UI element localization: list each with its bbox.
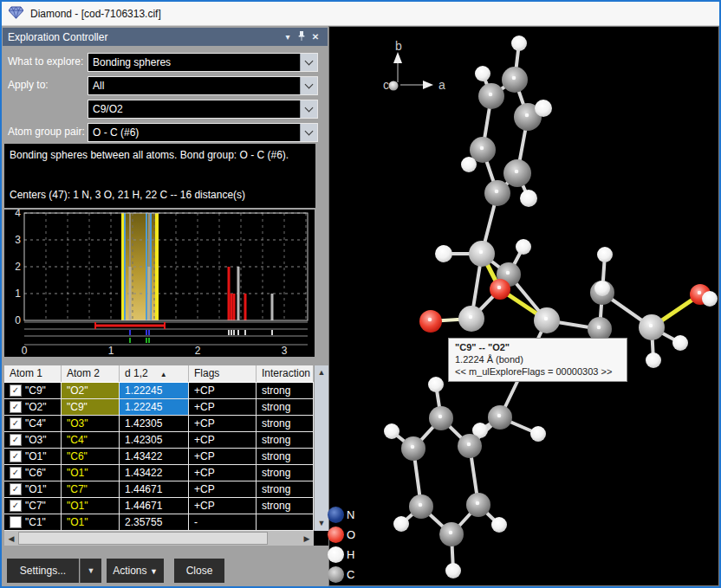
diamond-window: Diamond - [cod-7106313.cif] Exploration … [0, 0, 721, 588]
svg-text:b: b [395, 39, 402, 53]
column-header-flags[interactable]: Flags [189, 365, 257, 382]
cell-atom1[interactable]: ✓"C7" [4, 498, 62, 514]
actions-button[interactable]: Actions ▼ [107, 559, 164, 583]
cell-atom1[interactable]: ✓"O1" [4, 481, 62, 497]
cell-atom1[interactable]: ✓"C9" [4, 383, 62, 398]
combo-arrow-icon[interactable] [300, 54, 317, 71]
svg-text:1: 1 [15, 288, 21, 300]
cell-flags: +CP [189, 449, 257, 464]
checkbox-checked[interactable]: ✓ [10, 467, 22, 479]
axes-indicator: cba [383, 39, 445, 92]
cell-atom1[interactable]: "C1" [4, 514, 62, 530]
scroll-right-icon[interactable]: ▶ [300, 532, 314, 546]
svg-text:2: 2 [195, 345, 201, 357]
combo-arrow-icon[interactable] [300, 124, 317, 141]
element-sphere-icon [328, 566, 344, 583]
cell-flags: +CP [189, 416, 257, 431]
selected-value: All [88, 77, 300, 94]
legend-item-O: O [333, 525, 355, 545]
cell-flags: - [189, 514, 257, 530]
combo-arrow-icon[interactable] [300, 100, 317, 118]
table-body: ✓"C9""O2"1.22245+CPstrong✓"O2""C9"1.2224… [4, 383, 314, 531]
checkbox-checked[interactable]: ✓ [10, 500, 22, 512]
tooltip-flags: << m_ulExploreFlags = 00000303 >> [455, 365, 620, 378]
tooltip-atoms: "C9" -- "O2" [455, 341, 620, 353]
table-horizontal-scrollbar[interactable]: ◀ ▶ [4, 531, 314, 546]
cell-atom2: "O3" [62, 416, 120, 431]
what-to-explore-select[interactable]: Bonding spheres [88, 53, 318, 72]
table-row[interactable]: ✓"C7""O1"1.44671+CPstrong [4, 498, 314, 514]
cell-flags: +CP [189, 465, 257, 481]
atom-pair-select[interactable]: C9/O2 [88, 100, 318, 119]
svg-text:3: 3 [15, 234, 21, 246]
column-header-atom-2[interactable]: Atom 2 [62, 365, 120, 382]
legend-item-H: H [333, 545, 355, 565]
cell-atom1[interactable]: ✓"O3" [4, 432, 62, 448]
checkbox-checked[interactable]: ✓ [10, 417, 22, 430]
cell-interaction: strong [257, 416, 314, 431]
checkbox-checked[interactable]: ✓ [10, 384, 22, 397]
cell-atom2: "O1" [62, 498, 120, 514]
distance-histogram[interactable]: 012340123 [4, 210, 315, 357]
checkbox-checked[interactable]: ✓ [10, 450, 22, 462]
settings-button[interactable]: Settings... [7, 559, 79, 583]
cell-d12: 1.43422 [120, 449, 189, 464]
atom-group-pair-select[interactable]: O - C (#6) [88, 123, 318, 142]
summary-line: Bonding spheres between all atoms. Bond … [10, 149, 310, 161]
table-row[interactable]: ✓"C9""O2"1.22245+CPstrong [4, 383, 314, 399]
settings-dropdown-arrow[interactable]: ▼ [80, 559, 101, 583]
cell-interaction: strong [257, 449, 314, 464]
field-label: Apply to: [8, 79, 49, 91]
cell-interaction: strong [257, 383, 314, 398]
column-header-d-1-2[interactable]: d 1,2▲ [120, 365, 189, 382]
cell-interaction: strong [257, 432, 314, 448]
element-sphere-icon [328, 507, 344, 523]
cell-d12: 1.22245 [120, 399, 189, 415]
legend-label: H [347, 548, 354, 561]
cell-interaction: strong [257, 481, 314, 497]
table-row[interactable]: ✓"O2""C9"1.22245+CPstrong [4, 399, 314, 416]
scroll-left-icon[interactable]: ◀ [4, 532, 18, 546]
table-vertical-scrollbar[interactable]: ▲ ▼ [314, 365, 329, 531]
column-header-atom-1[interactable]: Atom 1 [4, 365, 62, 382]
close-icon[interactable]: ✕ [309, 32, 322, 42]
chevron-down-icon[interactable]: ▾ [281, 32, 295, 42]
cell-atom1[interactable]: ✓"O2" [4, 399, 62, 415]
column-header-interaction[interactable]: Interaction [257, 365, 314, 382]
cell-atom1[interactable]: ✓"C6" [4, 465, 62, 481]
pin-icon[interactable] [295, 31, 309, 43]
window-titlebar: Diamond - [cod-7106313.cif] [2, 2, 719, 26]
panel-header: Exploration Controller ▾ ✕ [3, 28, 328, 46]
molecule-canvas[interactable]: cba [329, 27, 718, 585]
cell-d12: 1.43422 [120, 465, 189, 481]
element-sphere-icon [328, 527, 344, 543]
checkbox-checked[interactable]: ✓ [10, 483, 22, 495]
cell-flags: +CP [189, 399, 257, 415]
table-row[interactable]: ✓"O1""C7"1.44671+CPstrong [4, 481, 314, 498]
table-row[interactable]: ✓"O1""C6"1.43422+CPstrong [4, 449, 314, 465]
table-row[interactable]: "C1""O1"2.35755- [4, 514, 314, 531]
scrollbar-thumb[interactable] [18, 532, 268, 545]
table-row[interactable]: ✓"C4""O3"1.42305+CPstrong [4, 416, 314, 432]
svg-text:4: 4 [15, 210, 21, 219]
table-row[interactable]: ✓"C6""O1"1.43422+CPstrong [4, 465, 314, 481]
diamond-app-icon [9, 6, 23, 22]
element-sphere-icon [328, 546, 344, 563]
scroll-up-icon[interactable]: ▲ [315, 365, 328, 379]
cell-d12: 1.22245 [120, 383, 189, 398]
cell-interaction: strong [257, 399, 314, 415]
window-title: Diamond - [cod-7106313.cif] [30, 8, 161, 20]
close-button[interactable]: Close [174, 559, 224, 583]
centers-line: Centers (47): 1 N, 3 O, 21 H, 22 C -- 16… [10, 189, 310, 201]
structure-viewer[interactable]: cba "C9" -- "O2" 1.2224 Å (bond) << m_ul… [328, 26, 719, 586]
apply-to-select[interactable]: All [88, 76, 318, 95]
checkbox-checked[interactable]: ✓ [10, 401, 22, 413]
cell-atom1[interactable]: ✓"C4" [4, 416, 62, 431]
combo-arrow-icon[interactable] [300, 77, 317, 94]
checkbox-checked[interactable]: ✓ [10, 434, 22, 446]
cell-atom1[interactable]: ✓"O1" [4, 449, 62, 464]
selected-value: O - C (#6) [88, 124, 300, 141]
checkbox-unchecked[interactable] [10, 516, 22, 528]
table-row[interactable]: ✓"O3""C4"1.42305+CPstrong [4, 432, 314, 449]
scroll-down-icon[interactable]: ▼ [315, 516, 328, 530]
